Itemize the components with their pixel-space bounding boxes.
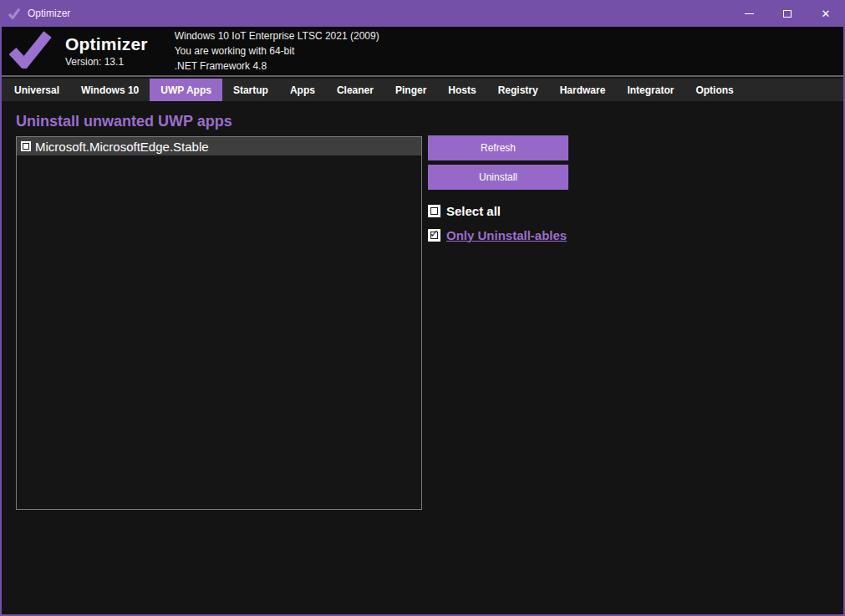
system-info-dotnet: .NET Framework 4.8 [175,59,379,74]
list-item[interactable]: Microsoft.MicrosoftEdge.Stable [17,137,421,155]
page-title: Uninstall unwanted UWP apps [16,113,232,130]
tab-pinger[interactable]: Pinger [384,79,437,101]
tab-apps[interactable]: Apps [279,79,326,101]
system-info: Windows 10 IoT Enterprise LTSC 2021 (200… [175,28,379,74]
title-bar: Optimizer ✕ [0,0,845,27]
close-button[interactable]: ✕ [807,0,845,27]
tab-options[interactable]: Options [685,79,744,101]
tab-hosts[interactable]: Hosts [437,79,486,101]
app-window: Optimizer ✕ Optimizer Version: 13.1 Wind… [0,0,845,616]
select-all-row[interactable]: Select all [430,204,568,217]
caption-buttons: ✕ [730,0,845,27]
app-logo-check-icon [8,30,52,72]
only-uninstallables-row[interactable]: ✓ Only Uninstall-ables [430,228,568,242]
app-version: Version: 13.1 [65,56,148,68]
tab-hardware[interactable]: Hardware [549,79,617,101]
uwp-apps-panel: Uninstall unwanted UWP apps Microsoft.Mi… [2,101,843,614]
tab-uwp-apps[interactable]: UWP Apps [150,79,222,101]
app-name: Optimizer [65,34,148,54]
only-uninstallables-label[interactable]: Only Uninstall-ables [446,228,567,242]
minimize-button[interactable] [730,0,768,27]
app-check-icon [8,8,21,19]
minimize-icon [745,13,754,14]
system-info-os: Windows 10 IoT Enterprise LTSC 2021 (200… [175,28,379,43]
tab-startup[interactable]: Startup [222,79,279,101]
maximize-button[interactable] [768,0,807,27]
uwp-app-list[interactable]: Microsoft.MicrosoftEdge.Stable [16,136,422,510]
tab-bar: Universal Windows 10 UWP Apps Startup Ap… [2,79,843,101]
tab-registry[interactable]: Registry [487,79,549,101]
maximize-icon [783,10,792,18]
close-icon: ✕ [822,8,831,19]
tab-integrator[interactable]: Integrator [616,79,685,101]
action-panel: Refresh Uninstall Select all ✓ Only Unin… [428,135,568,242]
select-all-label: Select all [446,204,501,218]
checkmark-icon: ✓ [430,227,439,240]
app-item-checkbox[interactable] [23,143,29,150]
tab-cleaner[interactable]: Cleaner [326,79,384,101]
header-titles: Optimizer Version: 13.1 [65,34,148,68]
tab-universal[interactable]: Universal [3,79,70,101]
window-title: Optimizer [28,8,70,19]
uninstall-button[interactable]: Uninstall [428,165,568,190]
only-uninstallables-checkbox[interactable]: ✓ [430,232,438,239]
system-info-arch: You are working with 64-bit [175,43,379,59]
refresh-button[interactable]: Refresh [428,135,568,160]
app-item-label: Microsoft.MicrosoftEdge.Stable [35,140,209,154]
app-header: Optimizer Version: 13.1 Windows 10 IoT E… [2,27,843,77]
select-all-checkbox[interactable] [430,207,438,215]
tab-windows10[interactable]: Windows 10 [70,79,150,101]
